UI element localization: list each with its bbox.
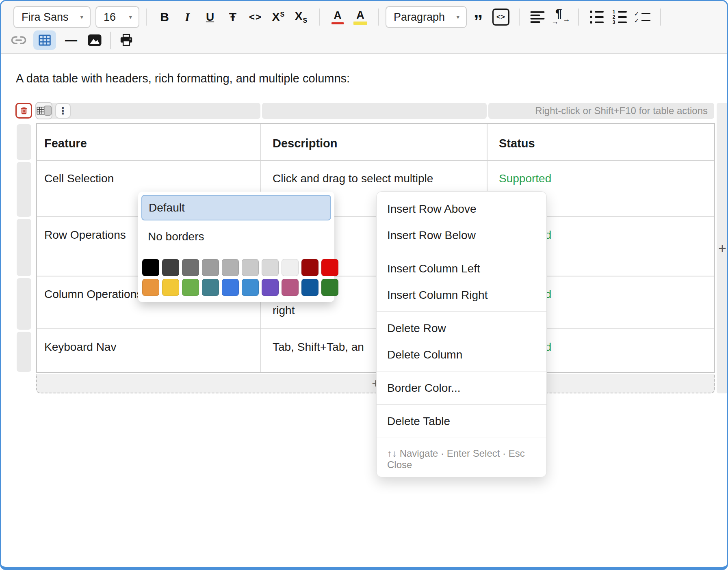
header-cell-feature[interactable]: Feature: [37, 124, 261, 161]
header-cell-description[interactable]: Description: [261, 124, 488, 161]
color-swatch[interactable]: [202, 279, 219, 296]
toolbar-divider: [110, 32, 111, 49]
align-left-icon: [530, 10, 545, 24]
table-button[interactable]: [33, 30, 56, 50]
color-swatch[interactable]: [242, 259, 259, 276]
color-swatch[interactable]: [222, 259, 239, 276]
menu-item-delete-column[interactable]: Delete Column: [377, 341, 546, 368]
strikethrough-button[interactable]: Ŧ: [223, 7, 243, 27]
color-swatch[interactable]: [282, 279, 299, 296]
add-column-button[interactable]: +: [717, 103, 728, 393]
color-swatch[interactable]: [222, 279, 239, 296]
toolbar-row-1: Fira Sans ▾ 16 ▾ B I U Ŧ <> XS XS A: [13, 5, 727, 29]
toolbar-divider: [378, 9, 379, 26]
chevron-down-icon: ▾: [80, 13, 83, 21]
color-swatch[interactable]: [142, 279, 159, 296]
horizontal-rule-button[interactable]: —: [61, 30, 81, 50]
color-swatch[interactable]: [182, 259, 199, 276]
add-row-button[interactable]: +: [36, 374, 715, 393]
header-cell-status[interactable]: Status: [488, 124, 714, 161]
checklist-button[interactable]: ✓ ✓: [632, 7, 652, 27]
highlight-icon: A: [356, 10, 364, 21]
text-color-icon: A: [334, 10, 342, 21]
border-option-default[interactable]: Default: [141, 195, 331, 220]
color-swatch[interactable]: [242, 279, 259, 296]
menu-item-delete-table[interactable]: Delete Table: [377, 408, 546, 434]
row-handle-3[interactable]: [17, 278, 31, 330]
row-handle-1[interactable]: [17, 162, 31, 217]
toolbar-row-2: —: [13, 30, 727, 50]
link-icon: [11, 34, 26, 46]
block-style-select[interactable]: Paragraph ▾: [386, 6, 467, 28]
menu-item-insert-column-left[interactable]: Insert Column Left: [377, 255, 546, 282]
table-cell[interactable]: Keyboard Nav: [37, 329, 261, 372]
font-size-value: 16: [104, 11, 116, 24]
align-left-button[interactable]: [527, 7, 548, 27]
inline-code-icon: <>: [249, 11, 262, 23]
table-style-button[interactable]: [35, 102, 52, 119]
border-option-no-borders[interactable]: No borders: [141, 224, 331, 249]
color-swatch[interactable]: [301, 259, 318, 276]
table-icon: [38, 34, 51, 46]
column-handle-2[interactable]: [262, 103, 487, 119]
font-family-value: Fira Sans: [22, 11, 69, 24]
horizontal-rule-icon: —: [65, 33, 76, 47]
code-block-button[interactable]: <>: [491, 7, 511, 27]
menu-separator: [377, 311, 546, 312]
bullet-list-button[interactable]: [587, 7, 607, 27]
text-color-button[interactable]: A: [327, 7, 348, 27]
color-swatch[interactable]: [202, 259, 219, 276]
color-swatch[interactable]: [282, 259, 299, 276]
color-swatch[interactable]: [162, 279, 179, 296]
menu-item-insert-row-above[interactable]: Insert Row Above: [377, 196, 546, 222]
color-swatch[interactable]: [301, 279, 318, 296]
superscript-button[interactable]: XS: [268, 7, 288, 27]
image-button[interactable]: [84, 30, 105, 50]
color-swatch[interactable]: [162, 259, 179, 276]
text-color-bar: [332, 22, 344, 24]
row-handle-4[interactable]: [17, 332, 31, 372]
row-handle-2[interactable]: [17, 219, 31, 276]
paragraph-direction-icon: ¶ → →: [552, 9, 568, 25]
toolbar: Fira Sans ▾ 16 ▾ B I U Ŧ <> XS XS A: [1, 1, 727, 54]
cell-text: Click and drag to select multiple: [273, 171, 475, 187]
italic-button[interactable]: I: [177, 7, 197, 27]
color-swatch[interactable]: [262, 279, 279, 296]
delete-table-button[interactable]: [15, 103, 32, 119]
underline-icon: U: [206, 11, 214, 24]
print-icon: [119, 34, 133, 47]
font-size-select[interactable]: 16 ▾: [95, 6, 139, 28]
bold-button[interactable]: B: [154, 7, 175, 27]
font-family-select[interactable]: Fira Sans ▾: [13, 6, 91, 28]
color-swatch[interactable]: [262, 259, 279, 276]
bullet-list-icon: [590, 10, 604, 24]
menu-item-border-color[interactable]: Border Color...: [377, 375, 546, 401]
blockquote-button[interactable]: ”: [468, 7, 488, 27]
numbered-list-button[interactable]: 1 2 3: [609, 7, 630, 27]
status-text: Supported: [499, 172, 551, 185]
color-swatch[interactable]: [321, 279, 338, 296]
underline-button[interactable]: U: [200, 7, 220, 27]
print-button[interactable]: [116, 30, 136, 50]
subscript-button[interactable]: XS: [291, 7, 311, 27]
inline-code-button[interactable]: <>: [245, 7, 266, 27]
color-swatch[interactable]: [182, 279, 199, 296]
toolbar-divider: [519, 9, 520, 26]
editor-frame: Fira Sans ▾ 16 ▾ B I U Ŧ <> XS XS A: [0, 0, 728, 570]
toolbar-divider: [660, 9, 661, 26]
color-swatch[interactable]: [321, 259, 338, 276]
text-direction-button[interactable]: ¶ → →: [550, 7, 570, 27]
style-preview-chip: [44, 106, 52, 116]
menu-item-insert-column-right[interactable]: Insert Column Right: [377, 282, 546, 308]
menu-item-delete-row[interactable]: Delete Row: [377, 315, 546, 341]
border-style-popup: Default No borders: [138, 192, 334, 302]
color-swatch[interactable]: [142, 259, 159, 276]
row-handle-header[interactable]: [17, 124, 31, 160]
link-button[interactable]: [9, 30, 29, 50]
toolbar-divider: [146, 9, 147, 26]
menu-separator: [377, 371, 546, 371]
highlight-color-button[interactable]: A: [350, 7, 370, 27]
menu-item-insert-row-below[interactable]: Insert Row Below: [377, 222, 546, 248]
table-menu-button[interactable]: ⋮: [55, 103, 71, 119]
border-color-palette: [142, 259, 330, 296]
